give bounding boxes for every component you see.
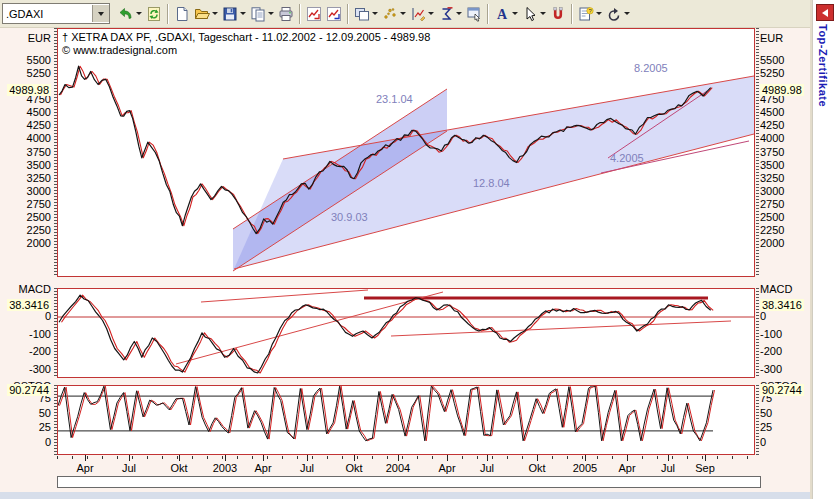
dropdown-arrow-icon[interactable] — [456, 12, 462, 15]
x-axis-label: Apr — [243, 462, 283, 474]
side-tab-top-zertifikate[interactable]: Top-Zertifikate — [817, 24, 829, 107]
y-axis-label: 3500 — [760, 159, 784, 171]
y-axis-label: 4500 — [2, 106, 51, 118]
dropdown-arrow-icon[interactable] — [372, 12, 378, 15]
y-axis-tickmarks — [756, 28, 759, 277]
toolbar-button-chart-link-red[interactable] — [304, 2, 324, 26]
chart-annotation: 4.2005 — [610, 152, 644, 164]
sstoc-last-badge: 90.2744 — [2, 384, 51, 396]
tradesignal-chart-window: .GDAXI A? † XETRA DAX PF, .GDAXI, Tagesc… — [0, 0, 837, 499]
toolbar-button-print[interactable] — [276, 2, 296, 26]
y-axis-label: 3250 — [2, 172, 51, 184]
x-axis-major-tick — [447, 455, 448, 461]
y-axis-label: 4500 — [760, 106, 784, 118]
chart-title: † XETRA DAX PF, .GDAXI, Tageschart - 11.… — [62, 31, 430, 43]
toolbar-button-note-tool[interactable]: ? — [576, 2, 604, 26]
currency-label: EUR — [760, 32, 783, 44]
toolbar-button-new-chart[interactable] — [172, 2, 192, 26]
x-axis-major-tick — [179, 455, 180, 461]
x-axis-label: Okt — [517, 462, 557, 474]
y-axis-label: 2000 — [2, 237, 51, 249]
dock-collapse-button[interactable] — [816, 4, 834, 21]
dropdown-arrow-icon[interactable] — [268, 12, 274, 15]
dropdown-arrow-icon[interactable] — [540, 12, 546, 15]
dropdown-arrow-icon[interactable] — [428, 12, 434, 15]
dropdown-arrow-icon[interactable] — [596, 12, 602, 15]
toolbar-separator — [487, 4, 489, 24]
combo-dropdown-button[interactable] — [92, 5, 109, 22]
x-axis-label: Jul — [648, 462, 688, 474]
y-axis-label: 25 — [760, 421, 772, 433]
note-tool-icon: ? — [578, 6, 594, 22]
toolbar-button-scatter-tool[interactable] — [380, 2, 408, 26]
macd-label: MACD — [760, 283, 792, 295]
y-axis-tickmarks — [54, 385, 57, 455]
dropdown-arrow-icon[interactable] — [212, 12, 218, 15]
toolbar-button-text-tool[interactable]: A — [492, 2, 520, 26]
chart-title-text: XETRA DAX PF, .GDAXI, Tageschart - 11.02… — [71, 31, 430, 43]
toolbar-button-rotate-tool[interactable] — [604, 2, 632, 26]
y-axis-label: 3000 — [760, 185, 784, 197]
x-axis-major-tick — [307, 455, 308, 461]
x-axis-label: Jul — [287, 462, 327, 474]
x-axis-label: Apr — [427, 462, 467, 474]
toolbar-button-refresh[interactable] — [144, 2, 164, 26]
open-icon — [194, 6, 210, 22]
y-axis-label: 2250 — [760, 224, 784, 236]
x-axis-label: Sep — [685, 462, 725, 474]
y-axis-label: -300 — [2, 363, 51, 375]
formula-sigma-icon — [438, 6, 454, 22]
toolbar-button-properties[interactable] — [464, 2, 484, 26]
y-axis-label: 3750 — [2, 146, 51, 158]
properties-icon — [466, 6, 482, 22]
chart-link-blue-icon — [326, 6, 342, 22]
x-axis-major-tick — [85, 455, 86, 461]
dropdown-arrow-icon[interactable] — [512, 12, 518, 15]
toolbar-button-save[interactable] — [220, 2, 248, 26]
chart-annotation: 23.1.04 — [376, 93, 413, 105]
toolbar-button-draw-tool[interactable] — [408, 2, 436, 26]
new-chart-icon — [174, 6, 190, 22]
dropdown-arrow-icon[interactable] — [136, 12, 142, 15]
dropdown-arrow-icon[interactable] — [240, 12, 246, 15]
toolbar-button-open[interactable] — [192, 2, 220, 26]
symbol-combobox[interactable]: .GDAXI — [2, 3, 110, 24]
price-chart-panel[interactable]: † XETRA DAX PF, .GDAXI, Tageschart - 11.… — [57, 28, 755, 277]
x-axis-major-tick — [398, 455, 399, 461]
y-axis-label: 4000 — [2, 132, 51, 144]
y-axis-label: 5250 — [760, 67, 784, 79]
toolbar-button-formula-sigma[interactable] — [436, 2, 464, 26]
sstoc-svg[interactable] — [58, 386, 754, 454]
macd-label: MACD — [2, 283, 51, 295]
toolbar-button-window-layout[interactable] — [352, 2, 380, 26]
x-axis-major-tick — [487, 455, 488, 461]
toolbar-button-magnet-tool[interactable] — [548, 2, 568, 26]
timeline-scrollbar[interactable] — [57, 476, 761, 488]
toolbar-button-nav-back[interactable] — [116, 2, 144, 26]
y-axis-tickmarks — [54, 28, 57, 277]
nav-back-icon — [118, 6, 134, 22]
bottom-edge — [0, 492, 837, 499]
toolbar-button-copy[interactable] — [248, 2, 276, 26]
toolbar-separator — [571, 4, 573, 24]
y-axis-label: 50 — [2, 407, 51, 419]
x-axis-major-tick — [627, 455, 628, 461]
y-axis-label: 4250 — [2, 119, 51, 131]
x-axis-major-tick — [129, 455, 130, 461]
dropdown-arrow-icon[interactable] — [400, 12, 406, 15]
y-axis-label: 4000 — [760, 132, 784, 144]
macd-panel[interactable] — [57, 288, 755, 378]
y-axis-label: 3000 — [2, 185, 51, 197]
rotate-tool-icon — [606, 6, 622, 22]
toolbar-button-chart-link-blue[interactable] — [324, 2, 344, 26]
x-axis-label: 2004 — [378, 462, 418, 474]
macd-svg[interactable] — [58, 289, 754, 377]
toolbar-button-cursor-tool[interactable] — [520, 2, 548, 26]
sstoc-panel[interactable] — [57, 385, 755, 455]
copyright-label: © www.tradesignal.com — [62, 44, 177, 56]
chart-type-icon: † — [62, 31, 68, 43]
y-axis-label: 2750 — [2, 198, 51, 210]
chart-annotation: 30.9.03 — [331, 211, 368, 223]
dropdown-arrow-icon[interactable] — [624, 12, 630, 15]
chart-annotation: 8.2005 — [634, 62, 668, 74]
